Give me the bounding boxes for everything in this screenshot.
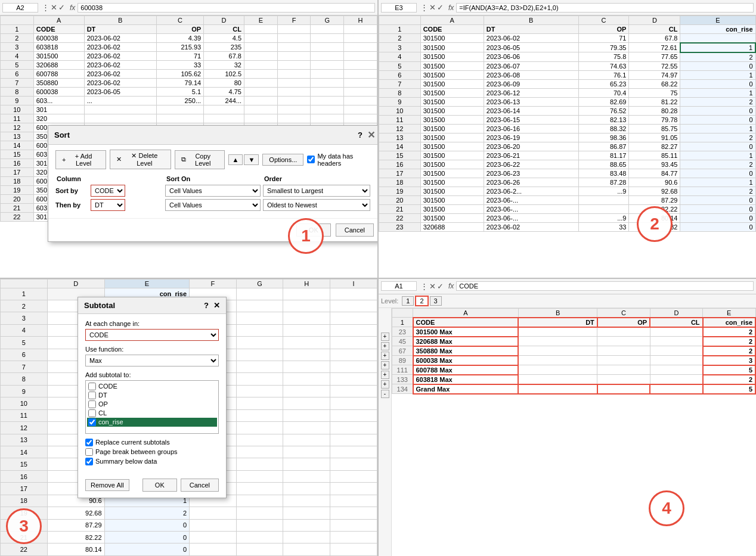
cell2-B15[interactable]: 2023-06-21 bbox=[484, 151, 578, 160]
cell4-C45[interactable] bbox=[597, 337, 650, 346]
cell4-C111[interactable] bbox=[597, 365, 650, 375]
cell3-H8[interactable] bbox=[283, 373, 330, 385]
cell3-H3[interactable] bbox=[283, 312, 330, 324]
cell4-B23[interactable] bbox=[518, 327, 597, 337]
col-header-E4[interactable]: E bbox=[703, 308, 755, 318]
my-data-headers-checkbox[interactable]: My data has headers bbox=[307, 153, 374, 167]
cell-F6[interactable] bbox=[277, 70, 311, 79]
cell-E7[interactable] bbox=[244, 79, 278, 88]
expand-icon-2[interactable]: ⋮ bbox=[420, 3, 428, 12]
cell3-I7[interactable] bbox=[330, 361, 377, 373]
cell2-B17[interactable]: 2023-06-23 bbox=[484, 169, 578, 178]
cell-E10[interactable] bbox=[244, 105, 278, 114]
cell4-B1[interactable]: DT bbox=[518, 318, 597, 327]
cell4-C89[interactable] bbox=[597, 356, 650, 365]
cell3-H7[interactable] bbox=[283, 361, 330, 373]
cell-C6[interactable]: 105.62 bbox=[156, 70, 203, 79]
cell3-I6[interactable] bbox=[330, 349, 377, 361]
replace-current-option[interactable]: Replace current subtotals bbox=[85, 439, 219, 446]
cell2-E8[interactable]: 1 bbox=[680, 88, 755, 97]
col-header-D2[interactable]: D bbox=[629, 16, 680, 25]
cell3-G18[interactable] bbox=[236, 495, 283, 507]
cell-F3[interactable] bbox=[277, 43, 311, 52]
cell3-I11[interactable] bbox=[330, 409, 377, 421]
cell2-B19[interactable]: 2023-06-2... bbox=[484, 187, 578, 195]
cell-C8[interactable]: 5.1 bbox=[156, 88, 203, 97]
cell-G10[interactable] bbox=[311, 105, 344, 114]
cell4-D134[interactable] bbox=[650, 384, 702, 394]
cell2-A8[interactable]: 301500 bbox=[420, 88, 484, 97]
cell2-D4[interactable]: 77.65 bbox=[629, 52, 680, 62]
cell3-H13[interactable] bbox=[283, 434, 330, 446]
cell-C3[interactable]: 215.93 bbox=[156, 43, 203, 52]
page-break-option[interactable]: Page break between groups bbox=[85, 448, 219, 456]
cell3-G3[interactable] bbox=[236, 312, 283, 324]
cell3-G19[interactable] bbox=[236, 507, 283, 519]
cell3-F20[interactable] bbox=[190, 519, 237, 531]
cell3-D19[interactable]: 92.68 bbox=[47, 507, 104, 519]
group-expand-6[interactable]: + bbox=[381, 380, 389, 389]
cell3-H4[interactable] bbox=[283, 324, 330, 336]
cell3-G22[interactable] bbox=[236, 543, 283, 556]
subtotal-check-con-rise[interactable]: con_rise bbox=[87, 418, 217, 427]
cell-E2[interactable] bbox=[244, 34, 278, 43]
cell3-H12[interactable] bbox=[283, 422, 330, 434]
cell-G3[interactable] bbox=[311, 43, 344, 52]
cell3-I21[interactable] bbox=[330, 531, 377, 543]
cell2-A9[interactable]: 301500 bbox=[420, 97, 484, 106]
cell2-A19[interactable]: 301500 bbox=[420, 187, 484, 195]
cell3-F22[interactable] bbox=[190, 543, 237, 556]
cell-F9[interactable] bbox=[277, 97, 311, 105]
cell-H11[interactable] bbox=[344, 114, 377, 123]
cell-D10[interactable] bbox=[204, 105, 244, 114]
copy-level-button[interactable]: ⧉ Copy Level bbox=[175, 150, 225, 169]
level-3-button[interactable]: 3 bbox=[430, 296, 442, 306]
cell3-G5[interactable] bbox=[236, 337, 283, 349]
cell4-D1[interactable]: CL bbox=[650, 318, 702, 327]
cell2-D15[interactable]: 85.11 bbox=[629, 151, 680, 160]
cell-F10[interactable] bbox=[277, 105, 311, 114]
cell-F2[interactable] bbox=[277, 34, 311, 43]
cell-G5[interactable] bbox=[311, 61, 344, 70]
cell2-C10[interactable]: 76.52 bbox=[578, 106, 629, 115]
expand-icon[interactable]: ⋮ bbox=[42, 3, 49, 12]
cell-D2[interactable]: 4.5 bbox=[204, 34, 244, 43]
cell2-C7[interactable]: 65.23 bbox=[578, 79, 629, 88]
cell2-D19[interactable]: 92.68 bbox=[629, 187, 680, 195]
cell3-I14[interactable] bbox=[330, 446, 377, 458]
cell2-D10[interactable]: 80.28 bbox=[629, 106, 680, 115]
col-header-D3[interactable]: D bbox=[47, 279, 104, 288]
cell2-B12[interactable]: 2023-06-16 bbox=[484, 124, 578, 133]
cell2-C13[interactable]: 98.36 bbox=[578, 133, 629, 142]
cancel-formula-icon-4[interactable]: ✕ bbox=[429, 282, 436, 291]
cell3-G20[interactable] bbox=[236, 519, 283, 531]
summary-below-checkbox[interactable] bbox=[85, 458, 93, 465]
col-header-E3[interactable]: E bbox=[104, 279, 189, 288]
cell-G7[interactable] bbox=[311, 79, 344, 88]
col-header-B1[interactable]: B bbox=[84, 16, 156, 25]
cell-D3[interactable]: 235 bbox=[204, 43, 244, 52]
cell4-C1[interactable]: OP bbox=[597, 318, 650, 327]
cell3-H17[interactable] bbox=[283, 483, 330, 495]
cell2-C14[interactable]: 86.87 bbox=[578, 142, 629, 151]
cell2-B20[interactable]: 2023-06-... bbox=[484, 195, 578, 204]
cell-B11[interactable] bbox=[84, 114, 156, 123]
group-expand-3[interactable]: + bbox=[381, 352, 389, 360]
cell2-A11[interactable]: 301500 bbox=[420, 115, 484, 124]
col-header-E2[interactable]: E bbox=[680, 16, 755, 25]
cell3-D22[interactable]: 80.14 bbox=[47, 543, 104, 556]
cell2-B5[interactable]: 2023-06-07 bbox=[484, 61, 578, 70]
cell3-I2[interactable] bbox=[330, 300, 377, 312]
cell3-I20[interactable] bbox=[330, 519, 377, 531]
sort-close-button[interactable]: ✕ bbox=[367, 129, 375, 141]
cell2-B13[interactable]: 2023-06-19 bbox=[484, 133, 578, 142]
cell2-A17[interactable]: 301500 bbox=[420, 169, 484, 178]
cell2-E6[interactable]: 1 bbox=[680, 70, 755, 79]
cell2-B22[interactable]: 2023-06-... bbox=[484, 213, 578, 222]
cell2-D3[interactable]: 72.61 bbox=[629, 43, 680, 52]
cell2-A16[interactable]: 301500 bbox=[420, 160, 484, 169]
level-2-button[interactable]: 2 bbox=[415, 296, 428, 306]
cell3-I5[interactable] bbox=[330, 337, 377, 349]
cell2-D13[interactable]: 91.05 bbox=[629, 133, 680, 142]
cell4-E45[interactable]: 2 bbox=[703, 337, 755, 346]
